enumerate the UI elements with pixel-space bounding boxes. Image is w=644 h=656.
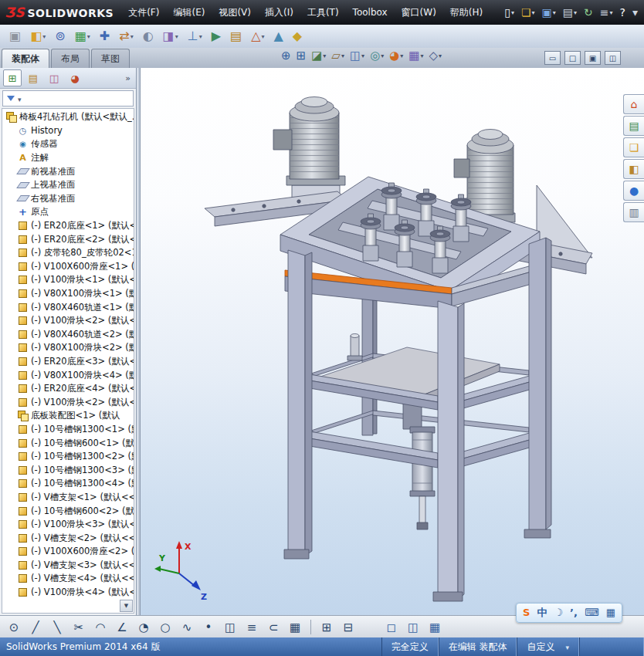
tree-item[interactable]: 椅板4孔钻孔机 (默认<默认_... — [2, 110, 134, 124]
restore-document-button[interactable]: □ — [564, 51, 581, 65]
tree-item[interactable]: (-) V80X460轨道<1> (默认 — [2, 300, 134, 314]
displaymanager-tab[interactable]: ◕ — [66, 69, 84, 86]
options-button[interactable]: ≡▾ — [598, 5, 615, 19]
tree-item[interactable]: (-) V100滑块<2> (默认<< — [2, 395, 134, 409]
circle-tool-button[interactable]: ⊙ — [4, 617, 24, 637]
grid-settings-button[interactable]: ⊞ — [317, 617, 337, 637]
edit-component-button[interactable]: ▣ — [6, 28, 24, 45]
apply-scene-button[interactable]: ▦▾ — [407, 49, 425, 63]
view-settings-button[interactable]: ◇▾ — [428, 49, 444, 63]
table-view-button[interactable]: ▦ — [425, 617, 445, 637]
featuremanager-tab[interactable]: ⊞ — [3, 69, 22, 86]
menu-toolbox[interactable]: Toolbox — [346, 0, 395, 25]
tree-scroll-down-button[interactable] — [120, 600, 133, 612]
view-orientation-button[interactable]: ▱▾ — [330, 49, 346, 63]
tree-item[interactable]: (-) V80X100滑块<4> (默认 — [2, 368, 134, 382]
tree-item[interactable]: (-) V槽支架<2> (默认<< — [2, 531, 134, 545]
tree-item[interactable]: (-) 10号槽钢1300<4> (默 — [2, 477, 134, 491]
sketch-fillet-button[interactable]: ∠ — [112, 617, 132, 637]
arc-tool-button[interactable]: ◠ — [90, 617, 110, 637]
hide-show-items-button[interactable]: ◎▾ — [368, 49, 385, 63]
three-point-arc-button[interactable]: ◔ — [134, 617, 154, 637]
new-document-button[interactable]: ▯▾ — [502, 5, 517, 19]
graphics-area[interactable]: X Y Z ⌂▤❏◧●▥ — [141, 68, 644, 615]
linear-component-pattern-button[interactable]: ▦▾ — [72, 28, 93, 45]
tree-item[interactable]: 传感器 — [2, 137, 134, 151]
interference-detection-button[interactable]: ▲ — [270, 28, 286, 45]
tab-assembly[interactable]: 装配体 — [2, 49, 49, 68]
tree-item[interactable]: (-) V槽支架<1> (默认<< — [2, 491, 134, 505]
rebuild-button[interactable]: ↻ — [581, 5, 595, 19]
tree-item[interactable]: (-) ER20底座<4> (默认<< — [2, 382, 134, 396]
close-document-button[interactable]: ◫ — [605, 51, 621, 65]
mate-button[interactable]: ⊚ — [52, 28, 68, 45]
insert-components-button[interactable]: ◧▾ — [27, 28, 49, 45]
smart-fasteners-button[interactable]: ✚ — [97, 28, 113, 45]
file-explorer-tab[interactable]: ◧ — [623, 159, 644, 179]
tree-item[interactable]: (-) V100X600滑座<1> (默 — [2, 260, 134, 274]
tree-item[interactable]: (-) V100滑块<1> (默认<< — [2, 273, 134, 287]
help-button[interactable]: ? — [618, 5, 628, 19]
instant3d-button[interactable]: ◆ — [290, 28, 305, 45]
tree-item[interactable]: 原点 — [2, 205, 134, 219]
left-motor[interactable] — [273, 97, 345, 186]
tree-item[interactable]: 上视基准面 — [2, 178, 134, 192]
resources-tab[interactable]: ▤ — [623, 116, 644, 136]
exploded-view-button[interactable]: △▾ — [248, 28, 267, 45]
propertymanager-tab[interactable]: ▤ — [24, 69, 42, 86]
tree-item[interactable]: (-) 10号槽钢600<2> (默认 — [2, 504, 134, 518]
tree-item[interactable]: (-) V80X100滑块<2> (默认 — [2, 341, 134, 355]
save-button[interactable]: ▣▾ — [540, 5, 558, 19]
tree-item[interactable]: (-) ER20底座<3> (默认<< — [2, 355, 134, 369]
tree-item[interactable]: (-) V80X460轨道<2> (默认 — [2, 328, 134, 342]
menu-file[interactable]: 文件(F) — [121, 0, 166, 25]
trim-entities-button[interactable]: ✂ — [69, 617, 89, 637]
ime-soft-keyboard[interactable]: ⌨ — [585, 604, 599, 621]
tree-item[interactable]: (-) V槽支架<4> (默认<< — [2, 572, 134, 586]
assembly-features-button[interactable]: ◨▾ — [160, 28, 181, 45]
snap-options-button[interactable]: ⊟ — [338, 617, 358, 637]
tree-item[interactable]: (-) 10号槽钢1300<3> (默 — [2, 463, 134, 477]
ime-fullwidth-toggle[interactable]: ☽ — [554, 604, 563, 621]
tree-item[interactable]: (-) ER20底座<2> (默认<< — [2, 232, 134, 246]
split-view-button[interactable]: ◫ — [403, 617, 423, 637]
assembly-model[interactable] — [141, 68, 644, 615]
menu-view[interactable]: 视图(V) — [212, 0, 258, 25]
centerline-tool-button[interactable]: ╲ — [47, 617, 67, 637]
tree-item[interactable]: (-) 10号槽钢1300<1> (默 — [2, 423, 134, 437]
zoom-area-button[interactable]: ⊞ — [295, 49, 308, 63]
ellipse-tool-button[interactable]: ○ — [155, 617, 175, 637]
tree-item[interactable]: (-) V100滑块<2> (默认<< — [2, 314, 134, 328]
tree-item[interactable]: (-) V槽支架<3> (默认<< — [2, 559, 134, 573]
move-component-button[interactable]: ⇄▾ — [116, 28, 136, 45]
custom-properties-tab[interactable]: ▥ — [623, 202, 644, 222]
tab-layout[interactable]: 布局 — [51, 49, 90, 68]
tab-sketch[interactable]: 草图 — [91, 49, 130, 68]
sogou-logo-icon[interactable]: S — [523, 604, 530, 621]
tree-item[interactable]: (-) ER20底座<1> (默认<< — [2, 219, 134, 233]
line-tool-button[interactable]: ╱ — [25, 617, 46, 637]
section-view-button[interactable]: ◪▾ — [310, 49, 327, 63]
design-library-tab[interactable]: ❏ — [623, 137, 644, 157]
tree-item[interactable]: (-) 10号槽钢1300<2> (默 — [2, 450, 134, 464]
tree-item[interactable]: (-) V100X600滑座<2> (默 — [2, 545, 134, 559]
tree-item[interactable]: (-) 10号槽钢600<1> (默认 — [2, 436, 134, 450]
new-motion-study-button[interactable]: ▶ — [208, 28, 224, 45]
tree-item[interactable]: 底板装配图<1> (默认 — [2, 409, 134, 423]
convert-entities-button[interactable]: ⊂ — [263, 617, 283, 637]
display-style-button[interactable]: ◫▾ — [348, 49, 366, 63]
offset-entities-button[interactable]: ≡ — [242, 617, 262, 637]
spline-tool-button[interactable]: ∿ — [177, 617, 197, 637]
tree-item[interactable]: (-) V80X100滑块<1> (默认 — [2, 287, 134, 301]
menu-window[interactable]: 窗口(W) — [395, 0, 443, 25]
tree-item[interactable]: History — [2, 124, 134, 138]
print-button[interactable]: ▤▾ — [561, 5, 579, 19]
mirror-entities-button[interactable]: ◫ — [220, 617, 240, 637]
single-view-button[interactable]: ◻ — [381, 617, 402, 637]
open-button[interactable]: ❏▾ — [519, 5, 537, 19]
appearances-tab[interactable]: ● — [623, 181, 644, 201]
edit-appearance-button[interactable]: ◕▾ — [388, 49, 405, 63]
titlebar-expand-button[interactable]: ▾ — [630, 5, 640, 19]
point-tool-button[interactable]: • — [198, 617, 219, 637]
ime-language-mode[interactable]: 中 — [537, 604, 547, 621]
